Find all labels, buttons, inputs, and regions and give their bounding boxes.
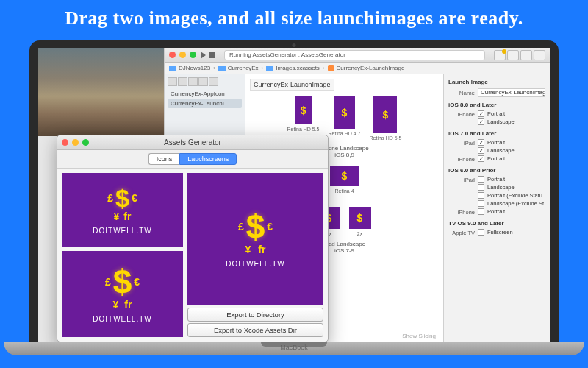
brand-label: DOITWELL.TW [226,260,284,268]
pound-icon: £ [107,192,113,204]
chevron-icon: › [323,65,325,71]
checkbox-label: Portrait (Exclude Statu [487,192,542,199]
checkbox-label: Portrait [487,110,505,117]
assets-generator-window: Assets Generator Icons Lauchscreens £ $ … [57,135,329,342]
checkbox-label: Portrait [487,155,505,162]
tab-icons[interactable]: Icons [148,153,180,165]
inspector-group-title: TV OS 9.0 and Later [448,220,545,227]
checkbox[interactable] [478,118,484,125]
inspector-group-title: iOS 7.0 and Later [448,130,545,137]
export-directory-button[interactable]: Export to Directory [187,308,323,322]
device-label: Apple TV [448,230,475,236]
checkbox[interactable] [478,208,484,215]
checkbox[interactable] [478,139,484,146]
launch-image-slot[interactable]: $Retina HD 5.5 [287,96,320,141]
run-controls[interactable] [201,52,215,59]
warnings-icon[interactable] [494,50,506,60]
checkbox[interactable] [478,192,484,199]
chevron-icon: › [262,65,264,71]
franc-icon: fr [123,210,131,222]
breadcrumb[interactable]: DJNews123 › CurrencyEx › Images.xcassets… [165,63,550,74]
play-icon[interactable] [201,52,206,59]
checkbox-label: Landscape [487,118,514,125]
traffic-lights[interactable] [169,52,196,58]
checkbox[interactable] [478,184,484,191]
preview-pane: £ $ € ¥fr DOITWELL.TW [187,173,323,305]
device-label [448,148,475,155]
yen-icon: ¥ [113,299,119,311]
dollar-icon: $ [115,185,129,210]
chevron-icon: › [213,65,215,71]
segmented-control[interactable]: Icons Lauchscreens [57,150,328,169]
euro-icon: € [134,276,140,288]
launch-image-slot[interactable]: $2x [349,207,371,236]
inspector-panel: Launch Image Name CurrencyEx-LaunchImag … [443,74,550,342]
nav-tab[interactable] [178,77,187,86]
checkbox-label: Landscape (Exclude St [487,200,544,207]
ag-titlebar: Assets Generator [57,135,328,150]
device-label: iPhone [448,209,475,216]
assets-icon [328,65,334,71]
device-label: iPad [448,140,475,146]
euro-icon: € [267,221,273,233]
xcode-titlebar: Running AssetsGenerator : AssetsGenerato… [165,48,550,63]
show-slicing-button[interactable]: Show Slicing [402,333,436,339]
euro-icon: € [132,192,137,204]
checkbox-label: Portrait [487,208,505,215]
checkbox[interactable] [478,110,484,117]
brand-label: DOITWELL.TW [93,315,151,323]
nav-tab[interactable] [168,77,177,86]
status-bar: Running AssetsGenerator : AssetsGenerato… [224,50,485,60]
checkbox[interactable] [478,176,484,183]
window-title: Assets Generator [57,138,328,146]
macbook-frame: Running AssetsGenerator : AssetsGenerato… [29,40,559,355]
close-icon[interactable] [169,52,176,58]
landscape-dropzone[interactable]: £ $ € ¥fr DOITWELL.TW [62,173,183,247]
yen-icon: ¥ [114,210,120,222]
panel-bottom-icon[interactable] [520,50,532,60]
checkbox[interactable] [478,200,484,207]
launch-image-slot[interactable]: $Retina 4 [330,166,359,194]
portrait-dropzone[interactable]: £ $ € ¥fr DOITWELL.TW [62,251,183,337]
launch-image-slot[interactable]: $Retina HD 4.7 [329,96,361,141]
device-label: iPad [448,177,475,183]
pound-icon: £ [105,276,111,288]
macbook-label: MacBook [4,344,584,351]
dollar-icon: $ [113,265,132,299]
checkbox-label: Portrait [487,139,505,146]
headline: Drag two images, and all size launchimag… [0,0,588,33]
nav-tab[interactable] [188,77,198,86]
asset-list-item[interactable]: CurrencyEx-LaunchI... [168,99,242,108]
name-field[interactable]: CurrencyEx-LaunchImag [478,88,545,97]
checkbox[interactable] [478,147,484,154]
asset-title: CurrencyEx-LaunchImage [250,79,334,91]
tab-launchscreens[interactable]: Lauchscreens [179,153,237,165]
inspector-group-title: iOS 8.0 and Later [448,102,545,108]
device-label: iPhone [448,156,475,163]
folder-icon [218,66,226,71]
franc-icon: fr [258,244,265,255]
stop-icon[interactable] [209,52,215,58]
checkbox[interactable] [478,155,484,162]
checkbox[interactable] [478,229,484,236]
panel-right-icon[interactable] [534,50,545,60]
device-label [448,201,475,208]
asset-list-item[interactable]: CurrencyEx-AppIcon [168,89,242,99]
checkbox-label: Fullscreen [487,229,513,236]
device-label [448,193,475,199]
nav-tab[interactable] [209,77,218,86]
inspector-group-title: iOS 6.0 and Prior [448,167,545,174]
launch-image-slot[interactable]: $Retina HD 5.5 [369,96,401,141]
export-xcode-button[interactable]: Export to Xcode Assets Dir [187,323,323,337]
project-icon [169,66,176,71]
brand-label: DOITWELL.TW [93,227,151,235]
yen-icon: ¥ [245,244,251,255]
zoom-icon[interactable] [190,52,196,58]
checkbox-label: Landscape [487,184,514,191]
pound-icon: £ [238,221,244,233]
minimize-icon[interactable] [179,52,186,58]
panel-left-icon[interactable] [507,50,519,60]
device-label [448,185,475,191]
checkbox-label: Landscape [487,147,514,154]
nav-tab[interactable] [198,77,208,86]
